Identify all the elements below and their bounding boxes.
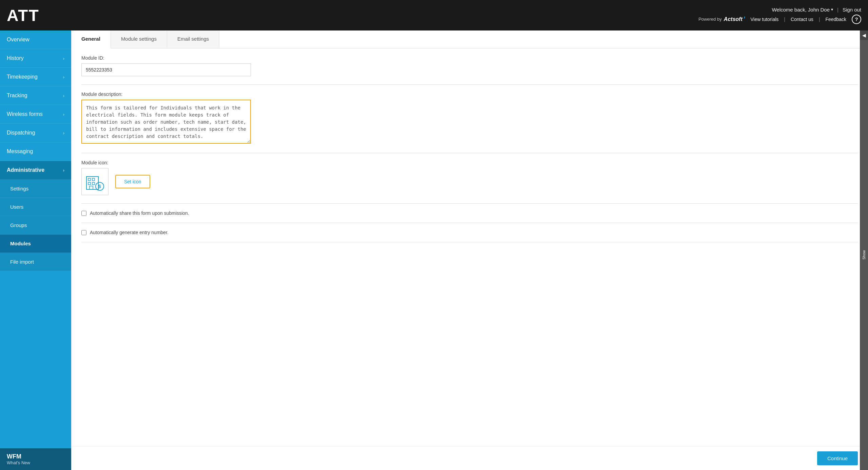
auto-generate-label: Automatically generate entry number. (90, 230, 169, 235)
help-button[interactable]: ? (852, 15, 861, 24)
divider-1 (81, 84, 858, 85)
continue-button[interactable]: Continue (817, 451, 858, 465)
auto-share-label: Automatically share this form upon submi… (90, 210, 189, 216)
powered-by: Powered by Actsoft’ (698, 15, 745, 23)
set-icon-button[interactable]: Set icon (115, 175, 150, 188)
auto-generate-checkbox[interactable] (81, 230, 86, 235)
svg-rect-5 (90, 186, 93, 189)
sidebar: Overview History › Timekeeping › Trackin… (0, 30, 71, 470)
module-id-label: Module ID: (81, 55, 858, 61)
divider-3 (81, 203, 858, 204)
wfm-title: WFM (7, 453, 64, 460)
icon-section: $ Set icon (81, 168, 858, 195)
sidebar-item-timekeeping[interactable]: Timekeeping › (0, 68, 71, 86)
divider-2 (81, 153, 858, 153)
user-dropdown-chevron[interactable]: ▾ (831, 7, 833, 12)
contact-us-link[interactable]: Contact us (791, 17, 813, 22)
module-icon-section: Module icon: $ (81, 160, 858, 195)
feedback-link[interactable]: Feedback (826, 17, 846, 22)
tab-email-settings[interactable]: Email settings (167, 30, 219, 48)
svg-rect-3 (88, 182, 91, 185)
module-id-section: Module ID: (81, 55, 858, 76)
sign-out-link[interactable]: Sign out (843, 7, 861, 13)
chevron-right-icon: › (63, 75, 64, 80)
module-description-textarea[interactable]: This form is tailored for Individuals th… (81, 100, 251, 144)
main-content: General Module settings Email settings M… (71, 30, 868, 470)
sidebar-item-overview[interactable]: Overview (0, 30, 71, 49)
module-id-input[interactable] (81, 63, 251, 76)
sidebar-item-administrative[interactable]: Administrative › (0, 161, 71, 180)
sidebar-item-dispatching[interactable]: Dispatching › (0, 124, 71, 142)
tab-bar: General Module settings Email settings (71, 30, 868, 48)
module-description-label: Module description: (81, 91, 858, 97)
tab-general[interactable]: General (71, 30, 111, 48)
show-label[interactable]: Show (862, 40, 866, 470)
sidebar-item-tracking[interactable]: Tracking › (0, 86, 71, 105)
svg-rect-2 (92, 178, 95, 181)
svg-text:$: $ (98, 184, 101, 189)
header-user-area: Welcome back, John Doe ▾ | Sign out (772, 7, 861, 13)
sidebar-item-users[interactable]: Users (0, 198, 71, 216)
header-nav: Powered by Actsoft’ View tutorials | Con… (698, 15, 861, 24)
chevron-right-icon: › (63, 130, 64, 136)
sidebar-item-groups[interactable]: Groups (0, 216, 71, 234)
module-icon-preview: $ (81, 168, 108, 195)
module-description-section: Module description: This form is tailore… (81, 91, 858, 145)
header-right: Welcome back, John Doe ▾ | Sign out Powe… (698, 7, 861, 24)
chevron-down-icon: › (63, 168, 64, 173)
actsoft-logo: Actsoft’ (724, 15, 745, 23)
auto-share-checkbox[interactable] (81, 211, 86, 216)
header: ATT Welcome back, John Doe ▾ | Sign out … (0, 0, 868, 30)
sidebar-item-history[interactable]: History › (0, 49, 71, 68)
divider-4 (81, 223, 858, 223)
tab-module-settings[interactable]: Module settings (111, 30, 167, 48)
svg-rect-4 (92, 182, 95, 185)
chevron-right-icon: › (63, 112, 64, 117)
sidebar-bottom: WFM What's New (0, 448, 71, 470)
chevron-right-icon: › (63, 93, 64, 98)
building-dollar-icon: $ (85, 171, 105, 192)
user-greeting[interactable]: Welcome back, John Doe ▾ (772, 7, 833, 13)
footer-bar: Continue (71, 446, 868, 470)
svg-rect-1 (88, 178, 91, 181)
whats-new-label[interactable]: What's New (7, 460, 64, 465)
scroll-panel: ◀ Show (860, 30, 868, 470)
auto-generate-row: Automatically generate entry number. (81, 230, 858, 235)
sidebar-item-settings[interactable]: Settings (0, 180, 71, 198)
layout: Overview History › Timekeeping › Trackin… (0, 30, 868, 470)
module-icon-label: Module icon: (81, 160, 858, 165)
sidebar-item-messaging[interactable]: Messaging (0, 142, 71, 161)
view-tutorials-link[interactable]: View tutorials (750, 17, 778, 22)
divider-5 (81, 242, 858, 242)
content-area: Module ID: Module description: This form… (71, 48, 868, 446)
scroll-up-arrow[interactable]: ◀ (860, 30, 868, 40)
sidebar-item-wireless-forms[interactable]: Wireless forms › (0, 105, 71, 124)
sidebar-item-modules[interactable]: Modules (0, 234, 71, 253)
auto-share-row: Automatically share this form upon submi… (81, 210, 858, 216)
app-logo: ATT (7, 6, 39, 25)
chevron-right-icon: › (63, 56, 64, 61)
sidebar-item-file-import[interactable]: File import (0, 253, 71, 271)
